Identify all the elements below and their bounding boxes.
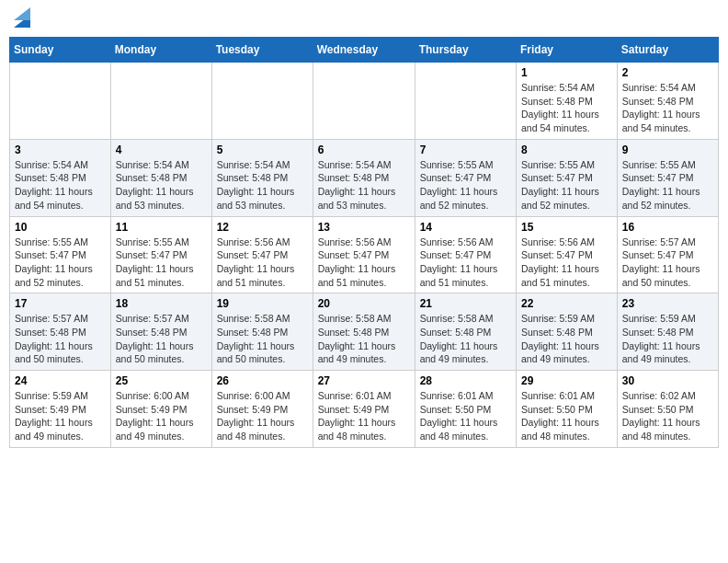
- calendar-week-4: 17Sunrise: 5:57 AM Sunset: 5:48 PM Dayli…: [10, 293, 719, 371]
- day-number: 15: [521, 221, 612, 234]
- day-number: 27: [318, 374, 410, 387]
- day-number: 12: [217, 221, 308, 234]
- day-number: 2: [622, 66, 713, 79]
- day-info: Sunrise: 5:54 AM Sunset: 5:48 PM Dayligh…: [521, 81, 612, 135]
- calendar-day: 30Sunrise: 6:02 AM Sunset: 5:50 PM Dayli…: [617, 371, 718, 448]
- calendar-week-2: 3Sunrise: 5:54 AM Sunset: 5:48 PM Daylig…: [10, 139, 719, 216]
- day-info: Sunrise: 5:59 AM Sunset: 5:49 PM Dayligh…: [15, 389, 106, 443]
- logo-icon: [14, 7, 30, 28]
- day-number: 11: [116, 221, 207, 234]
- calendar-day: 10Sunrise: 5:55 AM Sunset: 5:47 PM Dayli…: [10, 216, 111, 293]
- day-info: Sunrise: 5:57 AM Sunset: 5:47 PM Dayligh…: [622, 236, 713, 290]
- day-number: 23: [622, 297, 713, 310]
- calendar-header-row: SundayMondayTuesdayWednesdayThursdayFrid…: [10, 38, 719, 63]
- weekday-header-friday: Friday: [517, 38, 618, 63]
- day-number: 7: [420, 144, 511, 156]
- calendar-table: SundayMondayTuesdayWednesdayThursdayFrid…: [9, 37, 719, 448]
- calendar-day: [10, 63, 111, 140]
- weekday-header-sunday: Sunday: [10, 38, 111, 63]
- day-info: Sunrise: 5:56 AM Sunset: 5:47 PM Dayligh…: [521, 236, 612, 290]
- calendar-day: 25Sunrise: 6:00 AM Sunset: 5:49 PM Dayli…: [110, 371, 211, 448]
- calendar-day: 16Sunrise: 5:57 AM Sunset: 5:47 PM Dayli…: [617, 216, 718, 293]
- weekday-header-wednesday: Wednesday: [313, 38, 415, 63]
- calendar-day: 14Sunrise: 5:56 AM Sunset: 5:47 PM Dayli…: [415, 216, 516, 293]
- calendar-day: 24Sunrise: 5:59 AM Sunset: 5:49 PM Dayli…: [10, 371, 111, 448]
- day-number: 4: [116, 144, 207, 156]
- calendar-day: 20Sunrise: 5:58 AM Sunset: 5:48 PM Dayli…: [313, 293, 415, 371]
- day-info: Sunrise: 5:58 AM Sunset: 5:48 PM Dayligh…: [217, 312, 308, 366]
- page-header: [9, 9, 719, 29]
- day-info: Sunrise: 5:54 AM Sunset: 5:48 PM Dayligh…: [116, 158, 207, 213]
- calendar-day: 27Sunrise: 6:01 AM Sunset: 5:49 PM Dayli…: [313, 371, 415, 448]
- calendar-day: 4Sunrise: 5:54 AM Sunset: 5:48 PM Daylig…: [110, 139, 211, 216]
- calendar-day: [313, 63, 415, 140]
- day-number: 22: [521, 297, 612, 310]
- calendar-day: 17Sunrise: 5:57 AM Sunset: 5:48 PM Dayli…: [10, 293, 111, 371]
- day-info: Sunrise: 5:56 AM Sunset: 5:47 PM Dayligh…: [217, 236, 308, 290]
- day-number: 16: [622, 221, 713, 234]
- svg-marker-1: [14, 7, 30, 20]
- day-number: 21: [420, 297, 511, 310]
- calendar-day: 8Sunrise: 5:55 AM Sunset: 5:47 PM Daylig…: [517, 139, 618, 216]
- day-info: Sunrise: 6:01 AM Sunset: 5:49 PM Dayligh…: [318, 389, 410, 443]
- day-number: 26: [217, 374, 308, 387]
- day-info: Sunrise: 5:55 AM Sunset: 5:47 PM Dayligh…: [420, 158, 511, 213]
- day-info: Sunrise: 5:55 AM Sunset: 5:47 PM Dayligh…: [116, 236, 207, 290]
- day-number: 17: [15, 297, 106, 310]
- day-info: Sunrise: 5:54 AM Sunset: 5:48 PM Dayligh…: [15, 158, 106, 213]
- day-number: 25: [116, 374, 207, 387]
- day-number: 30: [622, 374, 713, 387]
- day-number: 3: [15, 144, 106, 156]
- day-number: 28: [420, 374, 511, 387]
- calendar-day: 6Sunrise: 5:54 AM Sunset: 5:48 PM Daylig…: [313, 139, 415, 216]
- day-info: Sunrise: 5:55 AM Sunset: 5:47 PM Dayligh…: [521, 158, 612, 213]
- weekday-header-monday: Monday: [110, 38, 211, 63]
- calendar-day: 26Sunrise: 6:00 AM Sunset: 5:49 PM Dayli…: [211, 371, 313, 448]
- day-info: Sunrise: 5:54 AM Sunset: 5:48 PM Dayligh…: [217, 158, 308, 213]
- day-info: Sunrise: 5:59 AM Sunset: 5:48 PM Dayligh…: [521, 312, 612, 366]
- calendar-day: 9Sunrise: 5:55 AM Sunset: 5:47 PM Daylig…: [617, 139, 718, 216]
- day-info: Sunrise: 5:57 AM Sunset: 5:48 PM Dayligh…: [116, 312, 207, 366]
- calendar-day: 21Sunrise: 5:58 AM Sunset: 5:48 PM Dayli…: [415, 293, 516, 371]
- calendar-day: 13Sunrise: 5:56 AM Sunset: 5:47 PM Dayli…: [313, 216, 415, 293]
- weekday-header-tuesday: Tuesday: [211, 38, 313, 63]
- day-info: Sunrise: 5:57 AM Sunset: 5:48 PM Dayligh…: [15, 312, 106, 366]
- day-info: Sunrise: 5:55 AM Sunset: 5:47 PM Dayligh…: [15, 236, 106, 290]
- day-info: Sunrise: 5:54 AM Sunset: 5:48 PM Dayligh…: [622, 81, 713, 135]
- calendar-day: 22Sunrise: 5:59 AM Sunset: 5:48 PM Dayli…: [517, 293, 618, 371]
- day-number: 18: [116, 297, 207, 310]
- calendar-day: 7Sunrise: 5:55 AM Sunset: 5:47 PM Daylig…: [415, 139, 516, 216]
- day-number: 6: [318, 144, 410, 156]
- day-number: 9: [622, 144, 713, 156]
- day-number: 10: [15, 221, 106, 234]
- day-number: 24: [15, 374, 106, 387]
- calendar-week-3: 10Sunrise: 5:55 AM Sunset: 5:47 PM Dayli…: [10, 216, 719, 293]
- day-number: 1: [521, 66, 612, 79]
- calendar-day: 12Sunrise: 5:56 AM Sunset: 5:47 PM Dayli…: [211, 216, 313, 293]
- day-number: 19: [217, 297, 308, 310]
- day-number: 14: [420, 221, 511, 234]
- day-number: 13: [318, 221, 410, 234]
- day-info: Sunrise: 6:00 AM Sunset: 5:49 PM Dayligh…: [217, 389, 308, 443]
- day-info: Sunrise: 6:00 AM Sunset: 5:49 PM Dayligh…: [116, 389, 207, 443]
- calendar-day: [415, 63, 516, 140]
- day-info: Sunrise: 5:54 AM Sunset: 5:48 PM Dayligh…: [318, 158, 410, 213]
- calendar-day: 1Sunrise: 5:54 AM Sunset: 5:48 PM Daylig…: [517, 63, 618, 140]
- calendar-day: 28Sunrise: 6:01 AM Sunset: 5:50 PM Dayli…: [415, 371, 516, 448]
- day-number: 20: [318, 297, 410, 310]
- calendar-day: 3Sunrise: 5:54 AM Sunset: 5:48 PM Daylig…: [10, 139, 111, 216]
- calendar-day: 18Sunrise: 5:57 AM Sunset: 5:48 PM Dayli…: [110, 293, 211, 371]
- logo: [13, 9, 31, 29]
- calendar-week-5: 24Sunrise: 5:59 AM Sunset: 5:49 PM Dayli…: [10, 371, 719, 448]
- calendar-day: 15Sunrise: 5:56 AM Sunset: 5:47 PM Dayli…: [517, 216, 618, 293]
- calendar-day: [211, 63, 313, 140]
- calendar-day: 5Sunrise: 5:54 AM Sunset: 5:48 PM Daylig…: [211, 139, 313, 216]
- day-number: 8: [521, 144, 612, 156]
- calendar-day: 2Sunrise: 5:54 AM Sunset: 5:48 PM Daylig…: [617, 63, 718, 140]
- day-info: Sunrise: 5:58 AM Sunset: 5:48 PM Dayligh…: [318, 312, 410, 366]
- day-info: Sunrise: 6:02 AM Sunset: 5:50 PM Dayligh…: [622, 389, 713, 443]
- day-info: Sunrise: 6:01 AM Sunset: 5:50 PM Dayligh…: [420, 389, 511, 443]
- calendar-week-1: 1Sunrise: 5:54 AM Sunset: 5:48 PM Daylig…: [10, 63, 719, 140]
- calendar-day: 11Sunrise: 5:55 AM Sunset: 5:47 PM Dayli…: [110, 216, 211, 293]
- day-info: Sunrise: 5:58 AM Sunset: 5:48 PM Dayligh…: [420, 312, 511, 366]
